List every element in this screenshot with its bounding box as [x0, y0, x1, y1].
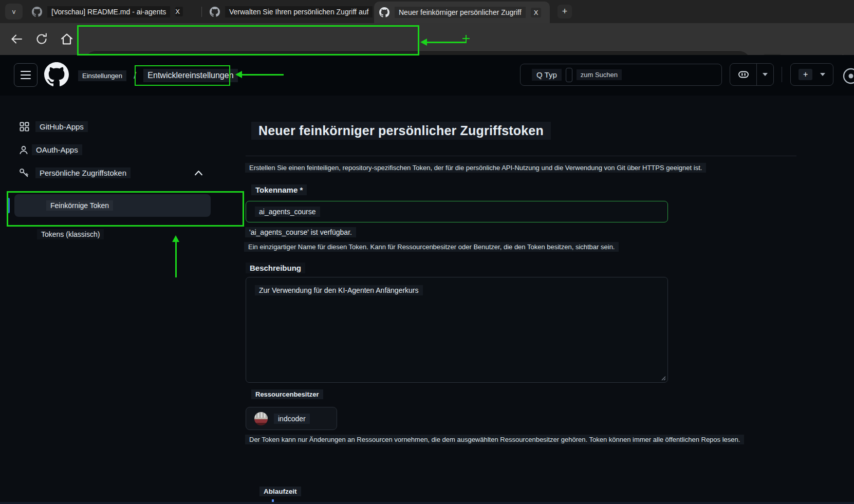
resource-owner-label: Ressourcenbesitzer: [251, 389, 323, 399]
resource-owner-button[interactable]: indcoder: [246, 407, 337, 430]
avatar: [254, 412, 268, 425]
github-header: Einstellungen / Entwicklereinstellungen …: [0, 55, 854, 96]
reload-button[interactable]: [34, 31, 49, 47]
issues-icon-partial[interactable]: [842, 67, 854, 85]
chevron-up-icon[interactable]: [194, 170, 203, 176]
back-arrow-icon: [9, 32, 24, 46]
vertical-tabs-button[interactable]: v: [5, 4, 23, 20]
search-hint: zum Suchen: [577, 69, 622, 80]
annotation-box-developer-settings: [135, 65, 230, 86]
circle-dot-icon: [842, 67, 854, 85]
back-button[interactable]: [9, 32, 24, 46]
annotation-arrow-address-shaft: [426, 42, 467, 43]
settings-page: GitHub-Apps OAuth-Apps Persönliche Zugri…: [0, 96, 854, 504]
github-favicon: [379, 7, 389, 17]
token-name-help: Ein einzigartiger Name für diesen Token.…: [244, 242, 619, 252]
description-label: Beschreibung: [246, 263, 305, 273]
resize-handle-icon[interactable]: [661, 376, 666, 381]
home-icon: [60, 32, 74, 46]
page-title: Neuer feinkörniger persönlicher Zugriffs…: [251, 122, 551, 140]
title-divider: [246, 156, 796, 156]
copilot-button-group[interactable]: [730, 63, 774, 86]
sidebar-item-tokens-classic[interactable]: Tokens (klassisch): [37, 229, 104, 239]
copilot-icon: [737, 68, 750, 81]
expiration-label: Ablaufzeit: [259, 487, 301, 496]
description-textarea[interactable]: Zur Verwendung für den KI-Agenten Anfäng…: [246, 277, 668, 383]
token-name-label: Tokenname *: [251, 184, 307, 195]
home-button[interactable]: [60, 32, 74, 46]
github-logo[interactable]: [44, 62, 69, 87]
availability-message: 'ai_agents_course' ist verfügbar.: [245, 227, 356, 237]
tab-close-icon[interactable]: X: [175, 7, 183, 16]
copilot-menu-button[interactable]: [730, 64, 757, 85]
sidebar-item-label: GitHub-Apps: [35, 121, 88, 132]
browser-tab-new-token-active[interactable]: Neuer feinkörniger persönlicher Zugriff …: [374, 2, 550, 23]
browser-window: v [Vorschau] README.md - ai-agents X Ver…: [0, 0, 854, 504]
annotation-box-fine-grained-tokens: [7, 191, 244, 227]
person-icon: [18, 145, 29, 155]
apps-grid-icon: [20, 122, 29, 132]
bottom-partial-row: [0, 502, 854, 504]
annotation-arrow-address-head: [420, 39, 427, 46]
tab-close-icon[interactable]: X: [531, 8, 542, 17]
browser-tab-strip: v [Vorschau] README.md - ai-agents X Ver…: [0, 0, 854, 23]
annotation-arrow-sidebar-head: [172, 235, 179, 242]
github-favicon: [32, 7, 42, 17]
github-favicon: [210, 7, 220, 17]
browser-tab-manage-access[interactable]: Verwalten Sie Ihren persönlichen Zugriff…: [205, 0, 391, 23]
breadcrumb-settings[interactable]: Einstellungen: [78, 70, 126, 81]
new-tab-button[interactable]: +: [558, 5, 572, 18]
annotation-arrow-sidebar-shaft: [175, 240, 177, 277]
intro-text: Erstellen Sie einen feinteiligen, reposi…: [245, 163, 706, 173]
sidebar-item-oauth-apps[interactable]: OAuth-Apps: [18, 144, 82, 155]
chevron-down-icon: [820, 73, 825, 76]
sidebar-item-label: Persönliche Zugriffstoken: [35, 167, 131, 178]
header-divider: [782, 67, 782, 82]
search-text: Q Typ: [532, 69, 562, 81]
plus-label: +: [799, 69, 812, 80]
copilot-caret-button[interactable]: [757, 73, 773, 76]
annotation-box-address-bar: [77, 25, 419, 55]
tab-title: Verwalten Sie Ihren persönlichen Zugriff…: [225, 6, 373, 17]
tab-divider: [201, 7, 202, 17]
chevron-down-icon: [763, 73, 768, 76]
token-name-value: ai_agents_course: [255, 207, 320, 217]
resource-owner-value: indcoder: [274, 414, 310, 424]
resource-owner-help: Der Token kann nur Änderungen an Ressour…: [245, 435, 744, 444]
global-nav-menu-button[interactable]: [14, 63, 38, 87]
sidebar-item-github-apps[interactable]: GitHub-Apps: [20, 121, 88, 132]
annotation-plus-mark: [462, 38, 470, 39]
description-value: Zur Verwendung für den KI-Agenten Anfäng…: [255, 285, 423, 295]
key-icon: [18, 167, 29, 178]
sidebar-item-personal-access-tokens[interactable]: Persönliche Zugriffstoken: [18, 167, 131, 178]
tab-title: [Vorschau] README.md - ai-agents: [47, 6, 170, 17]
reload-icon: [34, 31, 49, 47]
annotation-arrow-breadcrumb-shaft: [242, 74, 284, 76]
browser-tab-readme[interactable]: [Vorschau] README.md - ai-agents X: [27, 0, 188, 23]
token-name-input[interactable]: ai_agents_course: [246, 201, 668, 222]
vertical-tabs-label: v: [12, 8, 16, 15]
create-new-button-group[interactable]: +: [790, 63, 833, 86]
tab-title: Neuer feinkörniger persönlicher Zugriff: [395, 7, 526, 18]
annotation-arrow-breadcrumb-head: [235, 71, 242, 78]
slash-kbd-icon: [566, 68, 572, 82]
sidebar-item-label: OAuth-Apps: [32, 144, 82, 155]
global-search-input[interactable]: Q Typ zum Suchen: [520, 64, 722, 86]
